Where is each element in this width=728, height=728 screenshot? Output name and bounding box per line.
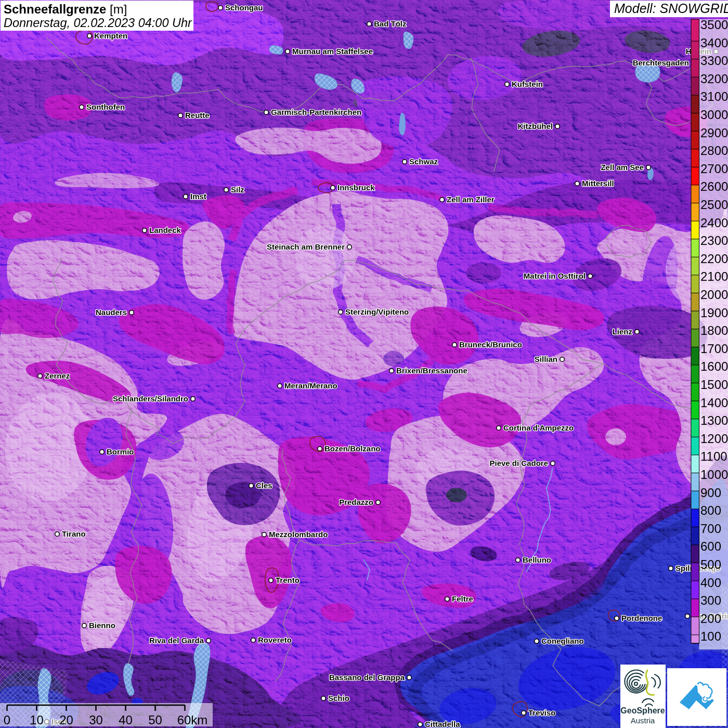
svg-text:Zell am Ziller: Zell am Ziller — [447, 195, 495, 204]
svg-text:Conegliano: Conegliano — [541, 636, 584, 645]
svg-text:1300: 1300 — [700, 413, 728, 427]
svg-text:3200: 3200 — [700, 72, 728, 86]
svg-text:Schlanders/Silandro: Schlanders/Silandro — [113, 394, 188, 403]
svg-text:Bruneck/Brunico: Bruneck/Brunico — [459, 340, 522, 349]
svg-text:Bienno: Bienno — [89, 621, 115, 630]
svg-text:400: 400 — [700, 576, 721, 590]
svg-text:1100: 1100 — [700, 449, 727, 463]
svg-text:Belluno: Belluno — [523, 555, 551, 564]
svg-text:Bormio: Bormio — [107, 447, 134, 456]
svg-text:Pordenone: Pordenone — [621, 614, 662, 622]
svg-text:2200: 2200 — [700, 252, 728, 266]
svg-text:Donnerstag, 02.02.2023 04:00 U: Donnerstag, 02.02.2023 04:00 Uhr — [4, 16, 192, 30]
svg-text:Tirano: Tirano — [62, 529, 86, 538]
svg-text:100: 100 — [700, 629, 721, 643]
svg-text:1900: 1900 — [700, 306, 728, 320]
svg-text:2300: 2300 — [700, 233, 728, 248]
svg-text:Sillian: Sillian — [535, 355, 557, 363]
svg-text:Sterzing/Vipiteno: Sterzing/Vipiteno — [345, 307, 409, 316]
svg-text:3100: 3100 — [700, 89, 728, 103]
svg-text:Schneefallgrenze [m]: Schneefallgrenze [m] — [4, 2, 127, 16]
svg-text:800: 800 — [700, 503, 721, 517]
svg-text:Imst: Imst — [190, 192, 206, 201]
svg-text:Cles: Cles — [256, 481, 272, 490]
svg-text:2700: 2700 — [700, 162, 728, 176]
svg-text:Matrei in Osttirol: Matrei in Osttirol — [524, 271, 586, 280]
svg-text:2400: 2400 — [700, 216, 728, 230]
svg-text:Meran/Merano: Meran/Merano — [284, 381, 337, 390]
svg-text:2500: 2500 — [700, 198, 728, 212]
svg-text:Schio: Schio — [328, 694, 349, 703]
svg-text:700: 700 — [700, 522, 721, 536]
svg-text:Zernez: Zernez — [45, 371, 70, 380]
svg-text:1000: 1000 — [700, 467, 728, 482]
svg-text:Feltre: Feltre — [452, 594, 473, 603]
svg-text:1400: 1400 — [700, 396, 728, 410]
svg-text:2100: 2100 — [700, 269, 728, 283]
svg-text:2600: 2600 — [700, 179, 728, 193]
svg-text:Riva del Garda: Riva del Garda — [149, 636, 204, 645]
svg-text:Bozen/Bolzano: Bozen/Bolzano — [324, 444, 381, 453]
svg-text:2800: 2800 — [700, 144, 728, 158]
svg-text:Mezzolombardo: Mezzolombardo — [269, 530, 328, 539]
svg-text:1500: 1500 — [700, 378, 728, 392]
svg-text:20: 20 — [59, 713, 73, 727]
svg-text:900: 900 — [700, 486, 721, 500]
svg-text:500: 500 — [700, 557, 721, 571]
svg-text:Steinach am Brenner: Steinach am Brenner — [267, 242, 345, 251]
svg-text:Berchtesgaden: Berchtesgaden — [633, 58, 689, 67]
svg-text:Garmisch-Partenkirchen: Garmisch-Partenkirchen — [271, 108, 361, 116]
svg-text:Schongau: Schongau — [225, 3, 263, 12]
svg-text:600: 600 — [700, 539, 721, 553]
svg-text:Mittersill: Mittersill — [582, 179, 614, 188]
svg-text:Reutte: Reutte — [185, 111, 210, 120]
svg-text:30: 30 — [89, 713, 103, 727]
svg-text:Kufstein: Kufstein — [512, 80, 543, 88]
svg-text:2000: 2000 — [700, 288, 728, 302]
svg-text:Predazzo: Predazzo — [339, 498, 373, 506]
svg-text:40: 40 — [119, 713, 133, 727]
svg-text:1700: 1700 — [700, 342, 728, 356]
svg-text:Murnau am Staffelsee: Murnau am Staffelsee — [292, 47, 373, 56]
svg-text:300: 300 — [700, 593, 721, 607]
svg-text:Bad Tölz: Bad Tölz — [374, 19, 407, 28]
svg-text:Trento: Trento — [276, 576, 300, 584]
svg-text:Pieve di Cadore: Pieve di Cadore — [489, 459, 548, 467]
svg-text:60km: 60km — [177, 713, 208, 727]
svg-text:Rovereto: Rovereto — [258, 635, 292, 644]
svg-text:Cortina d'Ampezzo: Cortina d'Ampezzo — [503, 423, 574, 432]
svg-text:Sonthofen: Sonthofen — [86, 102, 125, 111]
svg-text:GeoSphere: GeoSphere — [620, 706, 665, 715]
svg-text:0: 0 — [4, 713, 10, 727]
svg-text:Treviso: Treviso — [528, 708, 556, 717]
svg-text:3400: 3400 — [700, 36, 728, 50]
svg-text:Brixen/Bressanone: Brixen/Bressanone — [396, 366, 467, 375]
svg-text:1800: 1800 — [700, 323, 728, 337]
svg-text:Kitzbühel: Kitzbühel — [518, 122, 553, 131]
svg-text:1200: 1200 — [700, 432, 728, 446]
svg-text:3000: 3000 — [700, 108, 728, 122]
svg-text:Nauders: Nauders — [96, 308, 127, 317]
svg-text:Modell: SNOWGRID: Modell: SNOWGRID — [614, 1, 728, 16]
svg-text:10: 10 — [30, 713, 44, 727]
svg-text:1600: 1600 — [700, 359, 728, 373]
svg-text:3500: 3500 — [700, 18, 728, 32]
svg-text:Cittadella: Cittadella — [425, 720, 460, 728]
svg-text:2900: 2900 — [700, 126, 728, 140]
svg-text:Kempten: Kempten — [94, 31, 127, 40]
svg-text:Silz: Silz — [231, 185, 244, 194]
svg-text:50: 50 — [148, 713, 162, 727]
svg-text:3300: 3300 — [700, 54, 728, 68]
svg-text:200: 200 — [700, 612, 721, 626]
svg-text:Austria: Austria — [631, 716, 655, 725]
svg-text:Lienz: Lienz — [613, 327, 632, 336]
svg-text:Landeck: Landeck — [149, 226, 181, 235]
svg-text:Schwaz: Schwaz — [409, 157, 438, 166]
svg-text:Zell am See: Zell am See — [601, 163, 644, 172]
svg-text:Bassano del Grappa: Bassano del Grappa — [329, 673, 405, 682]
svg-text:Innsbruck: Innsbruck — [337, 183, 375, 192]
